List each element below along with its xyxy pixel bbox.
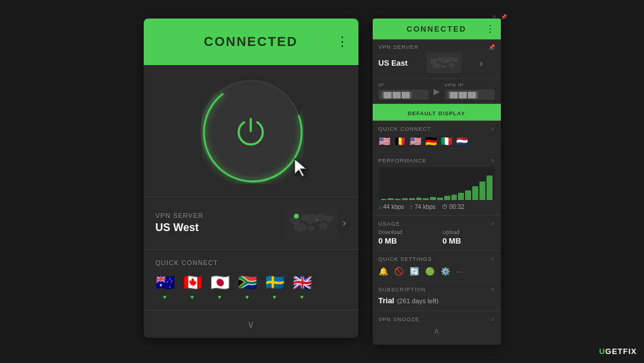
- power-circle-bg[interactable]: [200, 80, 302, 182]
- flag-item-za[interactable]: 🇿🇦 ♥: [238, 273, 257, 300]
- heart-jp: ♥: [218, 294, 222, 300]
- desktop-world-map: [425, 53, 463, 73]
- usage-row: Download 0 MB Upload 0 MB: [379, 229, 495, 245]
- flag-jp: 🇯🇵: [210, 273, 230, 292]
- flags-row: 🇦🇺 ♥ 🇨🇦 ♥ 🇯🇵 ♥ 🇿🇦 ♥ 🇸🇪 ♥: [156, 273, 346, 300]
- desktop-flag-it[interactable]: 🇮🇹: [441, 136, 453, 147]
- flag-au: 🇦🇺: [156, 273, 175, 292]
- quick-connect-section: QUICK CONNECT 🇦🇺 ♥ 🇨🇦 ♥ 🇯🇵 ♥ 🇿🇦 ♥: [144, 249, 358, 310]
- watermark-prefix: U: [599, 347, 605, 356]
- desktop-flag-us2[interactable]: 🇺🇸: [410, 136, 422, 147]
- perf-bar-10: [444, 196, 450, 200]
- right-desktop-panel: CONNECTED ⋮ ≡ 📌 VPN SERVER US East: [373, 19, 501, 344]
- perf-bar-7: [423, 198, 429, 200]
- performance-section: PERFORMANCE ≡: [373, 152, 501, 216]
- mouse-cursor: [293, 158, 311, 179]
- vpn-ip-label: VPN IP: [445, 82, 495, 88]
- chevron-up-icon: ∧: [434, 326, 439, 336]
- upload-icon: ↑: [410, 204, 413, 210]
- desktop-menu-icon[interactable]: ⋮: [485, 23, 495, 35]
- clock-icon: ⏱: [442, 204, 448, 210]
- flag-item-jp[interactable]: 🇯🇵 ♥: [210, 273, 230, 300]
- pin-icon: 📌: [488, 44, 495, 50]
- desktop-flag-be[interactable]: 🇧🇪: [394, 136, 406, 147]
- flag-item-au[interactable]: 🇦🇺 ♥: [156, 273, 175, 300]
- svg-point-16: [453, 58, 458, 62]
- heart-za: ♥: [246, 294, 249, 300]
- flag-item-gb[interactable]: 🇬🇧 ♥: [293, 273, 312, 300]
- desktop-flag-us1[interactable]: 🇺🇸: [379, 136, 391, 147]
- svg-point-20: [447, 60, 448, 62]
- server-status-dot: [294, 214, 299, 219]
- perf-bar-15: [479, 182, 485, 200]
- upload-usage-col: Upload 0 MB: [442, 229, 495, 245]
- ip-row: ≡ 📌 IP ██ ██ ██ ▶ VPN IP ██ ██ ██: [373, 79, 501, 104]
- performance-chart: [379, 167, 495, 200]
- quick-settings-section: QUICK SETTINGS ≡ 🔔 🚫 🔄 🟢 ⚙️ ···: [373, 251, 501, 281]
- desktop-flag-nl[interactable]: 🇳🇱: [456, 136, 468, 147]
- vpn-server-row[interactable]: VPN SERVER US West: [144, 196, 358, 249]
- heart-se: ♥: [273, 294, 277, 300]
- qs-more-icon[interactable]: ···: [456, 267, 463, 276]
- perf-bar-1: [381, 199, 387, 200]
- sub-type: Trial: [379, 296, 395, 305]
- sub-label: SUBSCRIPTION: [379, 287, 426, 293]
- watermark: UGETFIX: [599, 347, 637, 356]
- qc-menu-icon: ≡: [491, 125, 495, 132]
- ip-label: IP: [379, 82, 429, 88]
- download-speed: 44 kbps: [383, 204, 404, 210]
- qs-menu-icon: ≡: [491, 256, 495, 262]
- world-map-small: [284, 207, 338, 239]
- sub-menu-icon: ≡: [491, 286, 495, 293]
- vpn-ip-value: ██ ██ ██: [445, 90, 495, 100]
- qs-block-icon[interactable]: 🚫: [394, 267, 404, 276]
- flag-gb: 🇬🇧: [293, 273, 312, 292]
- heart-ca: ♥: [191, 294, 194, 300]
- snooze-label: VPN SNOOZE: [379, 316, 420, 322]
- perf-bar-13: [465, 190, 471, 200]
- ip-value: ██ ██ ██: [379, 90, 429, 100]
- perf-bar-8: [430, 197, 436, 200]
- flag-ca: 🇨🇦: [183, 273, 202, 292]
- vpn-server-name: US West: [156, 222, 284, 234]
- qs-refresh-icon[interactable]: 🔄: [410, 267, 419, 276]
- flag-item-se[interactable]: 🇸🇪 ♥: [265, 273, 284, 300]
- desktop-quick-connect: QUICK CONNECT ≡ 🇺🇸 🇧🇪 🇺🇸 🇩🇪 🇮🇹 🇳🇱: [373, 121, 501, 152]
- perf-bar-6: [416, 198, 422, 200]
- connected-title: CONNECTED: [204, 34, 298, 50]
- perf-menu-icon: ≡: [491, 157, 495, 164]
- perf-bar-16: [487, 176, 493, 200]
- qs-bell-icon[interactable]: 🔔: [379, 267, 388, 276]
- qs-label: QUICK SETTINGS: [379, 256, 432, 262]
- flag-item-ca[interactable]: 🇨🇦 ♥: [183, 273, 202, 300]
- perf-bar-2: [388, 198, 394, 200]
- desktop-vpn-server-row[interactable]: ≡ 📌 VPN SERVER US East: [373, 39, 501, 79]
- usage-menu-icon: ≡: [491, 220, 495, 227]
- vpn-snooze-section: VPN SNOOZE ≡ ∧: [373, 311, 501, 344]
- svg-point-9: [318, 223, 327, 230]
- desktop-header: CONNECTED ⋮: [373, 19, 501, 39]
- svg-point-7: [294, 223, 307, 232]
- upload-usage-val: 0 MB: [442, 236, 495, 245]
- upload-speed: 74 kbps: [415, 204, 436, 210]
- phone-menu-icon[interactable]: ⋮: [336, 34, 349, 50]
- perf-bar-3: [395, 199, 401, 200]
- heart-gb: ♥: [301, 294, 304, 300]
- desktop-vpn-server-name: US East: [379, 59, 408, 67]
- desktop-connected-title: CONNECTED: [407, 24, 466, 33]
- perf-bar-5: [409, 198, 415, 200]
- qs-shield-icon[interactable]: 🟢: [425, 267, 435, 276]
- watermark-suffix: GETFIX: [605, 347, 637, 356]
- download-usage-label: Download: [379, 229, 431, 235]
- desktop-flags-row: 🇺🇸 🇧🇪 🇺🇸 🇩🇪 🇮🇹 🇳🇱: [379, 136, 495, 147]
- usage-label: USAGE: [379, 221, 401, 227]
- connection-time: 00:32: [450, 204, 465, 210]
- power-ring-svg: [202, 81, 304, 184]
- chevron-down-section[interactable]: ∨: [144, 310, 358, 338]
- chevron-up-section[interactable]: ∧: [379, 322, 495, 339]
- qs-gear-icon[interactable]: ⚙️: [441, 267, 450, 276]
- ip-col: IP ██ ██ ██: [379, 82, 429, 100]
- desktop-vpn-server-label: VPN SERVER: [379, 44, 483, 50]
- desktop-flag-de[interactable]: 🇩🇪: [425, 136, 437, 147]
- download-usage-val: 0 MB: [379, 236, 431, 245]
